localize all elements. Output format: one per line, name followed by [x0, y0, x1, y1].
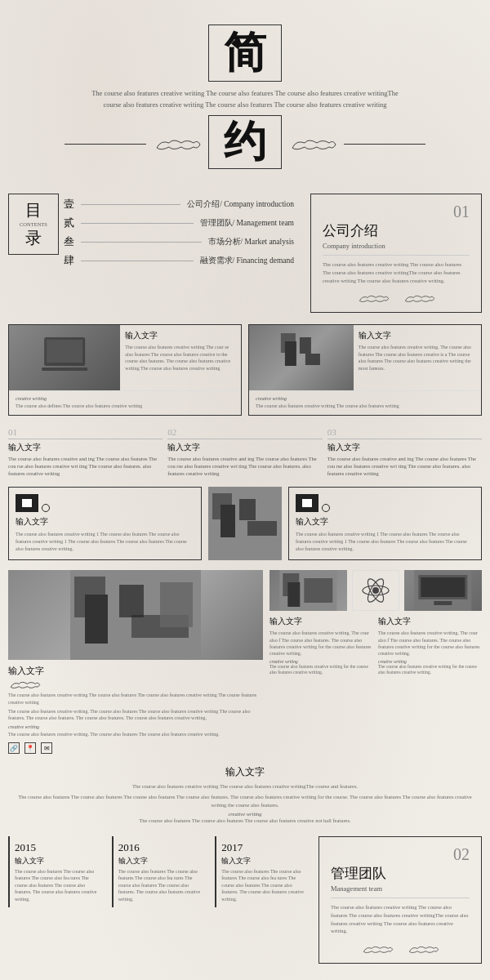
icon-row: 🔗 📍 ✉ [8, 742, 263, 754]
section-01-box: 01 公司介绍 Company introduction The course … [310, 194, 482, 313]
num-4: 肆 [64, 253, 74, 268]
cloud-left-icon [153, 136, 202, 151]
divider-2 [81, 223, 194, 224]
contents-item-3: 叁 市场分析/ Market analysis [64, 234, 294, 249]
item-text-2: 管理团队/ Management team [200, 218, 294, 229]
cloud-02-right-icon [407, 943, 439, 955]
middle-photo-svg-1 [208, 487, 282, 560]
contents-label-box: 目 CONTENTS 录 [8, 194, 59, 255]
right-card-body: The course also features creative writin… [359, 344, 476, 372]
section-01-body: The course also features creative writin… [323, 261, 470, 284]
right-card-text: 输入文字 The course also features creative w… [354, 325, 481, 390]
pin-icon[interactable]: 📍 [24, 742, 36, 754]
contents-list: 壹 公司介绍/ Company introduction 贰 管理团队/ Man… [64, 194, 294, 268]
numbered-item-1: 01 输入文字 The course also features creativ… [8, 427, 163, 477]
item-text-4: 融资需求/ Financing demand [200, 256, 294, 266]
title-char1-box: 简 [208, 24, 282, 82]
icon-inner-2 [302, 499, 312, 507]
timeline-body-1: The course also features The course also… [15, 868, 102, 902]
left-card-text-top: 输入文字 The course also features creative w… [120, 325, 241, 390]
right-card-title: 输入文字 [359, 330, 476, 341]
right-card-sub2: The course also features creative writin… [256, 403, 474, 409]
section-02-divider [331, 898, 470, 898]
timeline-and-02: 2015 输入文字 The course also features The c… [0, 831, 490, 969]
timeline-row: 2015 输入文字 The course also features The c… [8, 836, 314, 907]
section-02-box: 02 管理团队 Management team The course also … [318, 836, 482, 964]
icon-cards-photo-row: 输入文字 The course also features creative w… [0, 482, 490, 565]
right-card-img [249, 325, 354, 390]
svg-rect-15 [119, 585, 144, 617]
middle-photo-1 [208, 487, 282, 560]
atom-icon [361, 576, 390, 605]
num-3: 叁 [64, 234, 74, 249]
numbered-items-row: 01 输入文字 The course also features creativ… [0, 422, 490, 482]
plus-icon-1 [42, 504, 50, 512]
svg-rect-10 [239, 499, 256, 520]
timeline-item-1: 2015 输入文字 The course also features The c… [8, 836, 107, 907]
section-02-title-en: Management team [331, 884, 470, 893]
num-label-1: 01 [8, 427, 163, 439]
lu-char: 录 [25, 227, 42, 249]
left-card-img-1 [9, 325, 120, 390]
year-2: 2016 [118, 841, 206, 854]
large-photo-section: 输入文字 The course also features creative w… [0, 565, 490, 759]
section-02-title-cn: 管理团队 [331, 864, 470, 883]
right-photo-svg-2 [404, 570, 482, 611]
right-card-sub1: creative writing [256, 396, 474, 401]
right-text-2: 输入文字 The course also features creative w… [378, 616, 482, 676]
icon-inner-1 [22, 499, 32, 507]
divider-3 [81, 242, 202, 243]
num-body-3: The course also features creative and in… [327, 455, 482, 477]
large-body-3: The course also features creative writin… [8, 731, 263, 737]
bottom-body-1: The course also features creative writin… [16, 782, 474, 791]
right-card-upper: 输入文字 The course also features creative w… [249, 325, 481, 390]
right-text-title-1: 输入文字 [270, 616, 373, 627]
cloud-small-left-icon [357, 292, 390, 304]
right-stacked-cards: 输入文字 The course also features creative w… [270, 570, 482, 754]
icon-card-1-header [16, 494, 194, 512]
title-char1: 简 [224, 32, 266, 74]
timeline-body-3: The course also features The course also… [221, 868, 309, 902]
cloud-02-left-icon [361, 943, 394, 955]
num-label-3: 03 [327, 427, 482, 439]
num-body-2: The course also features creative and in… [167, 455, 322, 477]
num-label-2: 02 [167, 427, 322, 439]
numbered-item-2: 02 输入文字 The course also features creativ… [167, 427, 322, 477]
left-card-sub1: creative writing [16, 396, 234, 401]
title-char2-box: 约 [208, 115, 282, 169]
icon-card-2-title: 输入文字 [296, 516, 474, 528]
contents-item-1: 壹 公司介绍/ Company introduction [64, 197, 294, 212]
contents-item-2: 贰 管理团队/ Management team [64, 216, 294, 230]
svg-rect-20 [287, 582, 300, 607]
svg-rect-21 [304, 578, 332, 603]
num-1: 壹 [64, 197, 74, 212]
timeline-item-3: 2017 输入文字 The course also features The c… [215, 836, 314, 907]
right-text-title-2: 输入文字 [378, 616, 482, 627]
section-01-number: 01 [323, 203, 470, 221]
timeline-title-3: 输入文字 [221, 856, 309, 866]
left-card-bottom: creative writing The course also defines… [9, 390, 241, 414]
large-card-title: 输入文字 [8, 665, 263, 677]
large-body-1: The course also features creative writin… [8, 692, 263, 706]
contents-en-label: CONTENTS [20, 221, 47, 227]
year-1: 2015 [15, 841, 102, 854]
icon-block-2 [296, 494, 318, 512]
link-icon[interactable]: 🔗 [8, 742, 20, 754]
divider-right [344, 144, 425, 145]
num-title-3: 输入文字 [327, 442, 482, 453]
cloud-right-icon [288, 136, 337, 151]
num-body-1: The course also features creative and in… [8, 455, 163, 477]
section-01-title-cn: 公司介绍 [323, 221, 470, 240]
svg-rect-4 [285, 341, 296, 366]
section-02-body: The course also features creative writin… [331, 903, 470, 935]
divider-4 [81, 261, 194, 261]
icon-card-1: 输入文字 The course also features creative w… [8, 487, 202, 560]
timeline-title-1: 输入文字 [15, 856, 102, 866]
right-text-body-1: The course also features creative writin… [270, 630, 373, 657]
cloud-small-right-icon [403, 292, 435, 304]
email-icon[interactable]: ✉ [41, 742, 52, 754]
bottom-title: 输入文字 [16, 765, 474, 779]
cloud-decoration-row: 约 [16, 115, 474, 172]
timeline-body-2: The course also features The course also… [118, 868, 206, 902]
item-text-3: 市场分析/ Market analysis [208, 237, 294, 247]
